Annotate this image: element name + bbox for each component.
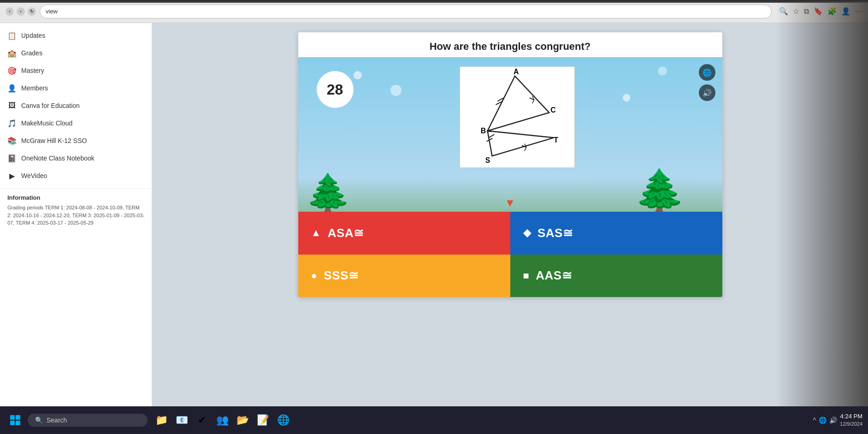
sidebar-label-grades: Grades [21, 49, 42, 57]
svg-line-7 [488, 135, 494, 138]
search-icon: 🔍 [35, 416, 43, 424]
sidebar-item-makemusic[interactable]: 🎵 MakeMusic Cloud [0, 114, 152, 132]
taskbar-app-files[interactable]: 📁 [152, 410, 171, 430]
sidebar-label-canva: Canva for Education [21, 102, 80, 109]
sidebar: 📋 Updates 🏫 Grades 🎯 Mastery 👤 Members 🖼… [0, 23, 152, 406]
start-button[interactable] [6, 410, 25, 430]
taskbar-app-teams[interactable]: ✔ [193, 410, 211, 430]
content-area: 📋 Updates 🏫 Grades 🎯 Mastery 👤 Members 🖼… [0, 23, 868, 406]
taskbar-app-explorer[interactable]: 📂 [233, 410, 252, 430]
slide-header: How are the triangles congruent? [298, 32, 722, 57]
asa-icon: ▲ [311, 227, 321, 239]
forward-button[interactable]: › [17, 7, 25, 16]
bookmark-icon[interactable]: 🔖 [814, 7, 823, 16]
search-icon[interactable]: 🔍 [779, 7, 788, 16]
sidebar-icon-onenote: 📓 [7, 154, 17, 163]
collections-icon[interactable]: ⧉ [804, 7, 809, 16]
tray-network[interactable]: 🌐 [819, 416, 827, 424]
sidebar-item-wevideo[interactable]: ▶ WeVideo [0, 167, 152, 184]
address-bar[interactable]: view [40, 5, 772, 18]
taskbar: 🔍 Search 📁📧✔👥📂📝🌐 ^ 🌐 🔊 4:24 PM 12/9/2024 [0, 406, 868, 434]
svg-marker-0 [487, 76, 549, 131]
taskbar-tray: ^ 🌐 🔊 4:24 PM 12/9/2024 [813, 412, 862, 428]
browser-controls: ‹ › ↻ [6, 7, 36, 16]
aas-icon: ■ [523, 270, 530, 282]
svg-text:A: A [514, 68, 519, 76]
windows-logo [10, 415, 20, 425]
number-badge: 28 [317, 71, 354, 108]
sidebar-label-makemusic: MakeMusic Cloud [21, 119, 72, 127]
tree-left: 🌲 [305, 175, 351, 212]
sas-icon: ◆ [523, 227, 531, 239]
answer-grid: ▲ ASA≅ ◆ SAS≅ ● SSS≅ ■ A [298, 212, 722, 297]
sidebar-label-updates: Updates [21, 32, 45, 39]
sound-button[interactable]: 🔊 [699, 84, 715, 101]
sas-label: SAS≅ [537, 226, 573, 240]
sidebar-icon-grades: 🏫 [7, 48, 17, 58]
main-panel: How are the triangles congruent? 28 [152, 23, 868, 406]
taskbar-apps: 📁📧✔👥📂📝🌐 [152, 410, 292, 430]
sidebar-item-updates[interactable]: 📋 Updates [0, 27, 152, 44]
globe-button[interactable]: 🌐 [699, 64, 715, 81]
screen: ‹ › ↻ view 🔍 ☆ ⧉ 🔖 🧩 👤 ⋯ 📋 Updates 🏫 Gra… [0, 0, 868, 406]
sidebar-label-mastery: Mastery [21, 67, 44, 74]
taskbar-app-edge[interactable]: 🌐 [274, 410, 292, 430]
sidebar-item-grades[interactable]: 🏫 Grades [0, 44, 152, 62]
tray-volume[interactable]: 🔊 [829, 416, 837, 424]
sidebar-item-mcgraw[interactable]: 📚 McGraw Hill K-12 SSO [0, 132, 152, 149]
sidebar-icon-makemusic: 🎵 [7, 119, 17, 128]
svg-text:B: B [480, 127, 485, 135]
back-button[interactable]: ‹ [6, 7, 14, 16]
star-icon[interactable]: ☆ [793, 7, 799, 16]
tray-time[interactable]: 4:24 PM 12/9/2024 [840, 412, 862, 428]
sidebar-item-canva[interactable]: 🖼 Canva for Education [0, 97, 152, 114]
answer-sas[interactable]: ◆ SAS≅ [510, 212, 722, 255]
profile-icon[interactable]: 👤 [841, 7, 850, 16]
sidebar-item-onenote[interactable]: 📓 OneNote Class Notebook [0, 149, 152, 167]
answer-aas[interactable]: ■ AAS≅ [510, 255, 722, 297]
tray-date-display: 12/9/2024 [840, 421, 862, 428]
sidebar-item-mastery[interactable]: 🎯 Mastery [0, 62, 152, 79]
refresh-button[interactable]: ↻ [28, 7, 36, 16]
sss-icon: ● [311, 270, 318, 282]
triangle-svg: A B C S T [460, 67, 574, 167]
snowflake-1 [354, 71, 362, 79]
svg-text:C: C [550, 106, 556, 114]
triangle-diagram: A B C S T [460, 66, 575, 168]
question-text: How are the triangles congruent? [430, 41, 591, 52]
sidebar-item-members[interactable]: 👤 Members [0, 79, 152, 97]
svg-marker-1 [487, 131, 554, 156]
snowflake-4 [658, 66, 667, 76]
tray-chevron[interactable]: ^ [813, 416, 816, 424]
sidebar-icon-wevideo: ▶ [7, 171, 17, 180]
info-title: Information [7, 194, 144, 201]
asa-label: ASA≅ [328, 226, 364, 240]
svg-text:S: S [485, 156, 490, 164]
sidebar-label-members: Members [21, 84, 48, 92]
slide-controls: 🌐 🔊 [699, 64, 715, 101]
slide-content: 28 [298, 57, 722, 297]
sidebar-icon-canva: 🖼 [7, 101, 17, 110]
sidebar-label-wevideo: WeVideo [21, 172, 47, 179]
tray-time-display: 4:24 PM [840, 412, 862, 421]
sidebar-icon-updates: 📋 [7, 31, 17, 40]
search-label: Search [47, 416, 67, 424]
taskbar-app-notepad[interactable]: 📝 [254, 410, 272, 430]
answer-sss[interactable]: ● SSS≅ [298, 255, 510, 297]
extensions-icon[interactable]: 🧩 [827, 7, 837, 16]
browser-bar: ‹ › ↻ view 🔍 ☆ ⧉ 🔖 🧩 👤 ⋯ [0, 0, 868, 23]
answer-asa[interactable]: ▲ ASA≅ [298, 212, 510, 255]
taskbar-app-outlook[interactable]: 📧 [172, 410, 191, 430]
info-text: Grading periods TERM 1: 2024-08-08 - 202… [7, 204, 144, 227]
taskbar-search[interactable]: 🔍 Search [28, 414, 148, 427]
sss-label: SSS≅ [324, 268, 359, 283]
sidebar-icon-mcgraw: 📚 [7, 136, 17, 145]
svg-line-11 [524, 147, 526, 151]
snowflake-3 [623, 94, 630, 101]
sidebar-icon-mastery: 🎯 [7, 66, 17, 75]
sidebar-icon-members: 👤 [7, 83, 17, 93]
taskbar-app-people[interactable]: 👥 [213, 410, 231, 430]
address-text: view [46, 8, 58, 15]
character: ▼ [505, 196, 516, 209]
settings-icon[interactable]: ⋯ [855, 7, 862, 16]
